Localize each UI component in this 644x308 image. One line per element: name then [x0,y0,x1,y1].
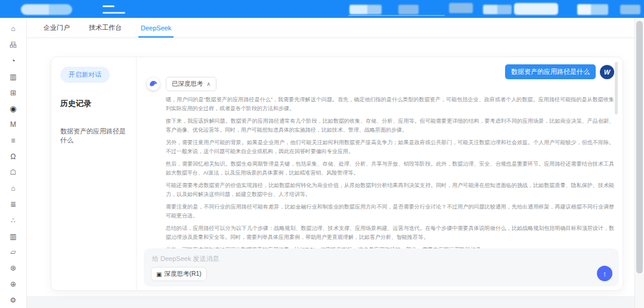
deep-think-r1-button[interactable]: ▣ 深度思考(R1) [151,267,207,281]
deepseek-chat-card: 开启新对话 历史记录 数据资产的应用路径是什么 数据资产的应用路径是什么 W 已… [51,57,623,291]
globe-icon[interactable]: ⊕ [0,276,26,293]
tab-tech-workbench[interactable]: 技术工作台 [86,23,124,32]
nav-item-blurred[interactable] [398,5,419,14]
list-icon[interactable]: ≡ [0,132,26,148]
deep-thought-label: 已深度思考 [172,80,203,88]
chevron-up-icon: ∧ [207,81,211,87]
barcode-icon[interactable]: ▥ [0,69,26,85]
tab-deepseek[interactable]: DeepSeek [138,24,174,32]
deep-thought-toggle[interactable]: 已深度思考 ∧ [166,77,216,91]
dark-globe-icon[interactable]: ◉ [0,101,26,117]
history-list: 数据资产的应用路径是什么 [60,127,131,145]
history-panel: 开启新对话 历史记录 数据资产的应用路径是什么 [51,57,137,290]
deep-think-icon: ▣ [156,271,162,278]
gear-icon[interactable]: ⚙ [0,292,26,308]
hierarchy-icon[interactable]: ∴ [0,212,26,228]
page-scrollbar-track[interactable] [634,18,644,308]
person-icon[interactable]: Ω [0,148,26,164]
folder-plus-icon[interactable]: ⊞ [0,85,26,101]
user-avatar: W [600,65,614,79]
message-input[interactable] [152,253,611,264]
home-alt-icon[interactable]: ⌂ [0,181,26,197]
nav-underline [348,15,445,16]
tab-enterprise-portal[interactable]: 企业门户 [41,23,72,32]
nav-item-blurred[interactable] [349,5,382,14]
barcode-alt-icon[interactable]: ▥ [0,228,26,244]
nav-message-bubble[interactable] [514,3,558,15]
app-sidebar: ⌂ 品 ◔ ▥ ⊞ ◉ M ≡ Ω ☖ ⌂ ≣ ∴ ▥ ▱ ⊛ ⊕ ⚙ [0,18,27,308]
chat-scrollbar-thumb[interactable] [615,62,618,114]
home-icon[interactable]: ⌂ [0,21,26,37]
top-navbar [0,0,644,18]
chat-panel: 数据资产的应用路径是什么 W 已深度思考 ∧ 嗯，用户问的是“数据资产的应用路径… [137,57,623,290]
deepseek-whale-icon [147,77,160,91]
badge-icon[interactable]: ⊛ [0,260,26,276]
org-chart-icon[interactable]: 品 [0,37,26,53]
shield-icon[interactable]: ☖ [0,164,26,181]
message-input-area: ▣ 深度思考(R1) ↑ [144,248,619,287]
send-button[interactable]: ↑ [597,266,612,281]
deep-think-r1-label: 深度思考(R1) [164,270,201,278]
nav-item-blurred[interactable] [577,4,608,15]
menu-toggle-icon[interactable] [103,5,114,7]
tab-bar: 企业门户 技术工作台 DeepSeek [27,18,634,38]
list-alt-icon[interactable]: ≣ [0,197,26,213]
background-strip [27,296,634,308]
user-message-bubble: 数据资产的应用路径是什么 [505,64,596,79]
nav-item-blurred[interactable] [449,3,473,13]
page-scrollbar-thumb[interactable] [636,21,643,273]
folder-icon[interactable]: ▱ [0,244,26,260]
pie-chart-icon[interactable]: ◔ [0,53,26,69]
letter-m-icon[interactable]: M [0,117,26,133]
thinking-content: 嗯，用户问的是“数据资产的应用路径是什么”，我需要先理解这个问题。首先，确定他们… [166,95,614,249]
nav-item-blurred[interactable] [483,5,512,14]
nav-item-blurred[interactable] [620,5,640,14]
new-chat-button[interactable]: 开启新对话 [60,67,110,83]
app-logo [21,4,72,15]
arrow-up-icon: ↑ [603,269,607,278]
history-title: 历史记录 [60,98,131,109]
menu-toggle-icon-line [103,12,125,14]
